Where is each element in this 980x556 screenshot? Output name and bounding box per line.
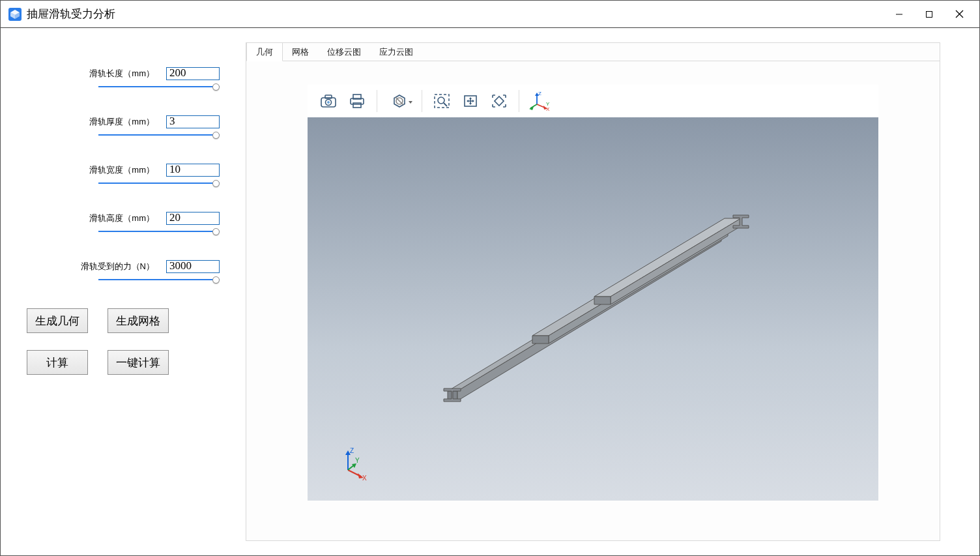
generate-geometry-button[interactable]: 生成几何 xyxy=(27,308,88,333)
force-slider[interactable] xyxy=(98,276,220,285)
length-slider[interactable] xyxy=(98,83,220,92)
zoom-area-icon[interactable] xyxy=(427,88,456,114)
param-label: 滑轨受到的力（N） xyxy=(81,261,154,272)
minimize-button[interactable] xyxy=(884,1,914,27)
svg-rect-11 xyxy=(353,103,361,108)
height-slider[interactable] xyxy=(98,227,220,237)
width-input[interactable]: 10 xyxy=(166,164,220,177)
svg-rect-2 xyxy=(927,11,932,17)
axis-triad-icon[interactable]: Z Y X xyxy=(525,88,553,114)
svg-point-16 xyxy=(438,97,444,104)
viewer: Z Y X xyxy=(308,85,878,501)
svg-point-7 xyxy=(327,101,330,104)
tab-geometry[interactable]: 几何 xyxy=(246,42,283,61)
force-input[interactable]: 3000 xyxy=(166,260,220,273)
width-slider[interactable] xyxy=(98,179,220,188)
param-label: 滑轨长度（mm） xyxy=(89,68,154,80)
tab-mesh[interactable]: 网格 xyxy=(283,43,318,61)
svg-text:Y: Y xyxy=(355,457,360,464)
svg-rect-8 xyxy=(325,95,332,98)
height-input[interactable]: 20 xyxy=(166,212,220,225)
viewer-canvas[interactable]: Z Y X xyxy=(308,117,878,501)
param-width: 滑轨宽度（mm） 10 xyxy=(27,164,220,188)
pan-icon[interactable] xyxy=(456,88,485,114)
param-label: 滑轨高度（mm） xyxy=(89,212,154,224)
tabs: 几何 网格 位移云图 应力云图 xyxy=(246,43,940,61)
maximize-button[interactable] xyxy=(914,1,944,27)
app-icon xyxy=(7,7,23,22)
titlebar: 抽屉滑轨受力分析 xyxy=(1,1,979,28)
close-button[interactable] xyxy=(944,1,974,27)
svg-marker-32 xyxy=(532,336,549,344)
param-length: 滑轨长度（mm） 200 xyxy=(27,67,220,92)
length-input[interactable]: 200 xyxy=(166,67,220,80)
viewer-toolbar: Z Y X xyxy=(308,85,878,117)
thickness-slider[interactable] xyxy=(98,131,220,140)
sidebar: 滑轨长度（mm） 200 滑轨厚度（mm） 3 滑轨宽度（mm） 10 滑轨高度… xyxy=(1,28,246,555)
param-label: 滑轨厚度（mm） xyxy=(89,116,154,128)
thickness-input[interactable]: 3 xyxy=(166,115,220,128)
shading-icon[interactable] xyxy=(382,88,416,114)
svg-text:Z: Z xyxy=(538,91,541,96)
window-title: 抽屉滑轨受力分析 xyxy=(27,7,115,22)
svg-line-17 xyxy=(444,103,447,106)
svg-marker-35 xyxy=(594,297,611,304)
svg-marker-34 xyxy=(611,218,741,304)
svg-text:X: X xyxy=(546,106,550,111)
param-label: 滑轨宽度（mm） xyxy=(89,164,154,176)
svg-marker-33 xyxy=(594,218,741,297)
svg-text:X: X xyxy=(362,475,367,481)
param-height: 滑轨高度（mm） 20 xyxy=(27,212,220,237)
calculate-button[interactable]: 计算 xyxy=(27,350,88,375)
tab-stress[interactable]: 应力云图 xyxy=(370,43,422,61)
print-icon[interactable] xyxy=(343,88,371,114)
one-click-calculate-button[interactable]: 一键计算 xyxy=(108,350,169,375)
svg-text:Z: Z xyxy=(350,447,354,454)
param-thickness: 滑轨厚度（mm） 3 xyxy=(27,115,220,140)
param-force: 滑轨受到的力（N） 3000 xyxy=(27,260,220,285)
svg-rect-19 xyxy=(495,96,504,106)
svg-line-22 xyxy=(530,104,537,108)
content-frame: 几何 网格 位移云图 应力云图 xyxy=(246,42,940,541)
corner-axis-triad: Z Y X xyxy=(334,445,366,478)
rail-model xyxy=(308,117,878,501)
tab-displacement[interactable]: 位移云图 xyxy=(318,43,370,61)
generate-mesh-button[interactable]: 生成网格 xyxy=(108,308,169,333)
camera-icon[interactable] xyxy=(314,88,343,114)
fit-view-icon[interactable] xyxy=(485,88,513,114)
